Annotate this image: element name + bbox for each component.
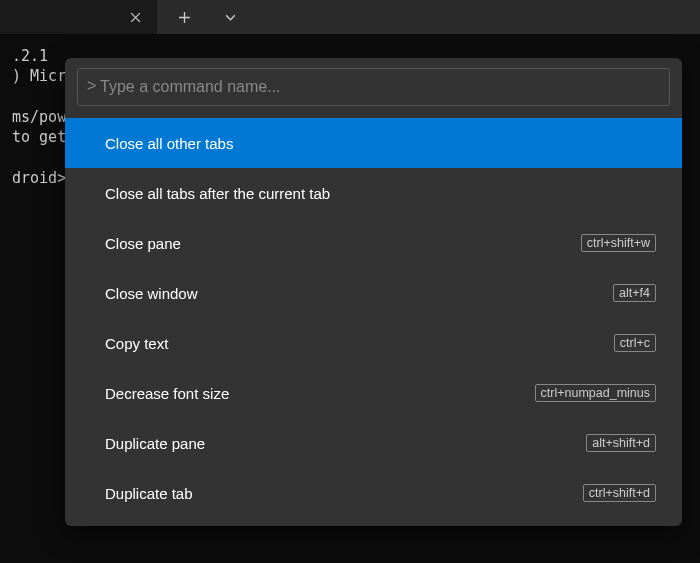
palette-item-shortcut: ctrl+numpad_minus bbox=[535, 384, 656, 402]
palette-item-copy-text[interactable]: Copy text ctrl+c bbox=[65, 318, 682, 368]
palette-item-shortcut: ctrl+shift+d bbox=[583, 484, 656, 502]
palette-item-decrease-font[interactable]: Decrease font size ctrl+numpad_minus bbox=[65, 368, 682, 418]
command-palette: > Close all other tabs Close all tabs af… bbox=[65, 58, 682, 526]
command-search-input[interactable] bbox=[77, 68, 670, 106]
new-tab-button[interactable] bbox=[169, 0, 199, 34]
palette-item-label: Close all tabs after the current tab bbox=[105, 185, 330, 202]
tab-dropdown-button[interactable] bbox=[215, 0, 245, 34]
palette-item-duplicate-pane[interactable]: Duplicate pane alt+shift+d bbox=[65, 418, 682, 468]
plus-icon bbox=[178, 11, 191, 24]
palette-item-duplicate-tab[interactable]: Duplicate tab ctrl+shift+d bbox=[65, 468, 682, 518]
palette-item-label: Duplicate tab bbox=[105, 485, 193, 502]
palette-item-shortcut: alt+shift+d bbox=[586, 434, 656, 452]
palette-item-close-tabs-after[interactable]: Close all tabs after the current tab bbox=[65, 168, 682, 218]
palette-item-shortcut: ctrl+shift+w bbox=[581, 234, 656, 252]
close-tab-button[interactable] bbox=[125, 7, 145, 27]
palette-item-label: Decrease font size bbox=[105, 385, 229, 402]
palette-item-shortcut: ctrl+c bbox=[614, 334, 656, 352]
tab-actions bbox=[157, 0, 245, 34]
palette-search-wrap: > bbox=[65, 58, 682, 118]
palette-item-label: Close window bbox=[105, 285, 198, 302]
title-bar bbox=[0, 0, 700, 34]
palette-item-close-other-tabs[interactable]: Close all other tabs bbox=[65, 118, 682, 168]
active-tab[interactable] bbox=[0, 0, 157, 34]
close-icon bbox=[130, 12, 141, 23]
palette-list: Close all other tabs Close all tabs afte… bbox=[65, 118, 682, 518]
palette-item-label: Copy text bbox=[105, 335, 168, 352]
palette-item-label: Duplicate pane bbox=[105, 435, 205, 452]
palette-item-shortcut: alt+f4 bbox=[613, 284, 656, 302]
palette-item-close-window[interactable]: Close window alt+f4 bbox=[65, 268, 682, 318]
palette-item-label: Close pane bbox=[105, 235, 181, 252]
chevron-down-icon bbox=[224, 11, 237, 24]
palette-item-label: Close all other tabs bbox=[105, 135, 233, 152]
tab-strip bbox=[0, 0, 245, 34]
palette-item-close-pane[interactable]: Close pane ctrl+shift+w bbox=[65, 218, 682, 268]
